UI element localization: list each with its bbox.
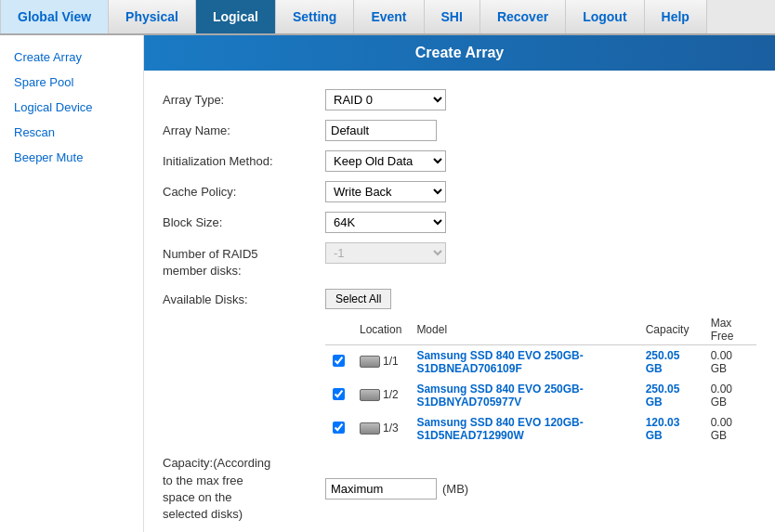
- sidebar-item-rescan[interactable]: Rescan: [0, 120, 143, 145]
- sidebar-item-create-array[interactable]: Create Array: [0, 45, 143, 70]
- navbar: Global View Physical Logical Setting Eve…: [0, 0, 775, 35]
- table-row: 1/3 Samsung SSD 840 EVO 120GB-S1D5NEAD71…: [325, 412, 756, 446]
- disk-icon-2: 1/2: [360, 388, 399, 401]
- nav-help[interactable]: Help: [645, 0, 707, 33]
- col-checkbox: [325, 315, 352, 345]
- nav-setting[interactable]: Setting: [276, 0, 354, 33]
- disk-checkbox-3[interactable]: [333, 422, 345, 434]
- select-all-button[interactable]: Select All: [325, 289, 391, 309]
- col-capacity: Capacity: [638, 315, 703, 345]
- disk-checkbox-2[interactable]: [333, 388, 345, 400]
- nav-global-view[interactable]: Global View: [0, 0, 109, 33]
- raid5-label: Number of RAID5member disks:: [163, 242, 325, 279]
- raid5-row: Number of RAID5member disks: -1: [163, 242, 756, 279]
- disk-maxfree-3: 0.00 GB: [703, 412, 756, 446]
- available-disks-label: Available Disks:: [163, 289, 325, 306]
- init-method-select[interactable]: Keep Old Data No Init Quick Init Full In…: [325, 150, 446, 172]
- block-size-select[interactable]: 64K 128K 256K 512K: [325, 212, 446, 233]
- cache-policy-label: Cache Policy:: [163, 181, 325, 199]
- disk-maxfree-2: 0.00 GB: [703, 379, 756, 412]
- col-model: Model: [409, 315, 637, 345]
- cache-policy-row: Cache Policy: Write Back Write Through W…: [163, 181, 756, 202]
- disk-icon-3: 1/3: [360, 422, 399, 435]
- init-method-row: Initialization Method: Keep Old Data No …: [163, 150, 756, 172]
- nav-physical[interactable]: Physical: [109, 0, 196, 33]
- disk-model-1: Samsung SSD 840 EVO 250GB-S1DBNEAD706109…: [409, 345, 637, 380]
- block-size-row: Block Size: 64K 128K 256K 512K: [163, 212, 756, 233]
- nav-logout[interactable]: Logout: [566, 0, 644, 33]
- table-row: 1/2 Samsung SSD 840 EVO 250GB-S1DBNYAD70…: [325, 379, 756, 412]
- disk-location-1: 1/1: [383, 355, 399, 368]
- disk-checkbox-1[interactable]: [333, 355, 345, 367]
- array-name-label: Array Name:: [163, 120, 325, 137]
- capacity-label: Capacity:(Accordingto the max freespace …: [163, 455, 325, 523]
- col-location: Location: [352, 315, 409, 345]
- disk-location-3: 1/3: [383, 422, 399, 435]
- raid5-select[interactable]: -1: [325, 242, 446, 264]
- disk-icon-1: 1/1: [360, 355, 399, 368]
- array-type-row: Array Type: RAID 0 RAID 1 RAID 5 RAID 10…: [163, 89, 756, 110]
- disk-model-2: Samsung SSD 840 EVO 250GB-S1DBNYAD705977…: [409, 379, 637, 412]
- content-title: Create Array: [144, 35, 775, 71]
- table-row: 1/1 Samsung SSD 840 EVO 250GB-S1DBNEAD70…: [325, 345, 756, 380]
- disk-location-2: 1/2: [383, 388, 399, 401]
- sidebar-item-logical-device[interactable]: Logical Device: [0, 95, 143, 120]
- capacity-unit: (MB): [442, 482, 468, 496]
- nav-recover[interactable]: Recover: [480, 0, 566, 33]
- available-disks-section: Available Disks: Select All Location Mod…: [163, 289, 756, 446]
- sidebar-item-beeper-mute[interactable]: Beeper Mute: [0, 145, 143, 170]
- array-name-input[interactable]: [325, 120, 437, 141]
- sidebar: Create Array Spare Pool Logical Device R…: [0, 35, 144, 532]
- array-name-row: Array Name:: [163, 120, 756, 141]
- nav-shi[interactable]: SHI: [425, 0, 480, 33]
- disk-capacity-2: 250.05 GB: [638, 379, 703, 412]
- disk-capacity-3: 120.03 GB: [638, 412, 703, 446]
- disk-maxfree-1: 0.00 GB: [703, 345, 756, 380]
- select-all-row: Select All: [325, 289, 756, 309]
- cache-policy-select[interactable]: Write Back Write Through Write Around: [325, 181, 446, 202]
- capacity-input[interactable]: [325, 478, 437, 500]
- array-type-select[interactable]: RAID 0 RAID 1 RAID 5 RAID 10 JBOD: [325, 89, 446, 110]
- form-area: Array Type: RAID 0 RAID 1 RAID 5 RAID 10…: [144, 84, 775, 532]
- capacity-row: Capacity:(Accordingto the max freespace …: [163, 455, 756, 523]
- disk-capacity-1: 250.05 GB: [638, 345, 703, 380]
- nav-logical[interactable]: Logical: [196, 0, 276, 33]
- array-type-label: Array Type:: [163, 89, 325, 107]
- init-method-label: Initialization Method:: [163, 150, 325, 168]
- nav-event[interactable]: Event: [354, 0, 424, 33]
- disk-model-3: Samsung SSD 840 EVO 120GB-S1D5NEAD712990…: [409, 412, 637, 446]
- disks-table-container: Select All Location Model Capacity Max F…: [325, 289, 756, 446]
- main-layout: Create Array Spare Pool Logical Device R…: [0, 35, 775, 532]
- sidebar-item-spare-pool[interactable]: Spare Pool: [0, 70, 143, 95]
- block-size-label: Block Size:: [163, 212, 325, 229]
- disks-table: Location Model Capacity Max Free 1/1 Sam…: [325, 315, 756, 446]
- col-maxfree: Max Free: [703, 315, 756, 345]
- content-area: Create Array Array Type: RAID 0 RAID 1 R…: [144, 35, 775, 532]
